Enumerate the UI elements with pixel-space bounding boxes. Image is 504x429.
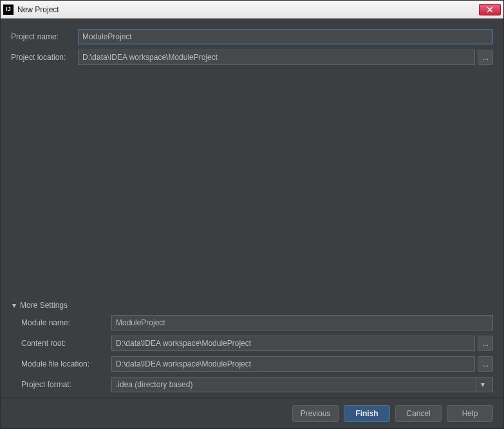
- module-name-label: Module name:: [21, 318, 111, 327]
- project-format-row: Project format: .idea (directory based) …: [21, 377, 493, 392]
- spacer: [11, 70, 493, 301]
- more-settings-toggle[interactable]: ▾ More Settings: [11, 301, 493, 310]
- chevron-down-icon: ▾: [11, 301, 17, 310]
- project-location-input[interactable]: [78, 50, 475, 65]
- content-root-input[interactable]: [111, 336, 475, 351]
- project-name-row: Project name:: [11, 29, 493, 44]
- more-settings-label: More Settings: [20, 301, 68, 310]
- app-icon: IJ: [3, 5, 14, 15]
- project-name-input[interactable]: [78, 29, 493, 44]
- project-location-row: Project location: ...: [11, 50, 493, 65]
- project-location-label: Project location:: [11, 53, 78, 62]
- more-settings-panel: Module name: Content root: ... Module fi…: [11, 315, 493, 397]
- close-button[interactable]: [479, 4, 501, 15]
- project-location-browse-button[interactable]: ...: [478, 50, 493, 65]
- project-name-label: Project name:: [11, 32, 78, 41]
- window-title: New Project: [17, 5, 479, 14]
- module-name-input[interactable]: [111, 315, 493, 330]
- content-root-row: Content root: ...: [21, 336, 493, 351]
- project-format-value: .idea (directory based): [116, 380, 192, 389]
- content-root-label: Content root:: [21, 339, 111, 348]
- cancel-button[interactable]: Cancel: [395, 405, 442, 422]
- project-format-select[interactable]: .idea (directory based) ▾: [111, 377, 493, 392]
- module-name-row: Module name:: [21, 315, 493, 330]
- previous-button[interactable]: Previous: [292, 405, 339, 422]
- dialog-content: Project name: Project location: ... ▾ Mo…: [1, 19, 503, 397]
- chevron-down-icon: ▾: [476, 377, 489, 392]
- module-file-location-row: Module file location: ...: [21, 356, 493, 372]
- finish-button[interactable]: Finish: [344, 405, 390, 422]
- module-file-location-label: Module file location:: [21, 359, 111, 368]
- module-file-location-browse-button[interactable]: ...: [478, 356, 493, 372]
- close-icon: [487, 6, 493, 13]
- help-button[interactable]: Help: [447, 405, 493, 422]
- dialog-footer: Previous Finish Cancel Help: [1, 397, 503, 428]
- module-file-location-input[interactable]: [111, 356, 475, 372]
- content-root-browse-button[interactable]: ...: [478, 336, 493, 351]
- project-format-label: Project format:: [21, 380, 111, 389]
- titlebar: IJ New Project: [1, 1, 503, 19]
